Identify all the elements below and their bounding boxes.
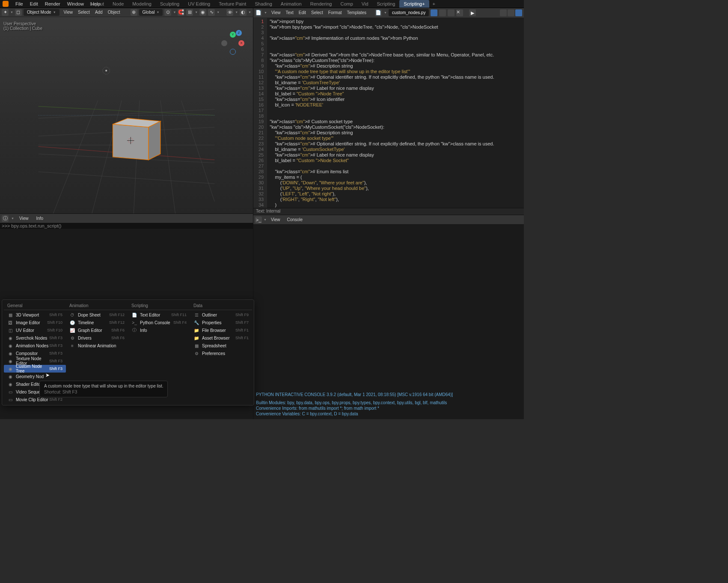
workspace-tab-scripting[interactable]: Scripting [373,0,400,8]
menu-item-drivers[interactable]: ⚙DriversShift F6 [66,334,128,342]
workspace-tab-comp[interactable]: Comp [336,0,357,8]
menu-item-python-console[interactable]: >_Python ConsoleShift F4 [128,319,190,326]
topmenu-render[interactable]: Render [42,0,64,7]
workspace-tab-scripting-[interactable]: Scripting+ [399,0,429,8]
workspace-tab-layout[interactable]: Layout [86,0,108,8]
workspace-tab-animation[interactable]: Animation [276,0,306,8]
text-menu-templates[interactable]: Templates [344,9,369,16]
add-workspace-button[interactable]: + [429,0,439,8]
console-console-menu[interactable]: Console [284,216,305,223]
menu-item-info[interactable]: ⓘInfo [128,326,190,334]
editor-type-dropdown-button[interactable]: ⓘ [2,215,9,222]
editor-type-icon[interactable]: >_ [255,216,262,223]
viewport-menu-add[interactable]: Add [92,9,105,15]
snap-icon[interactable]: 🧲 [178,9,184,16]
syntax-highlight-icon[interactable] [515,9,522,16]
workspace-tab-modeling[interactable]: Modeling [128,0,156,8]
gizmo-z-icon[interactable]: Z [236,30,242,36]
menu-item-label: UV Editor [16,328,47,333]
menu-item-graph-editor[interactable]: 📈Graph EditorShift F6 [66,326,128,334]
text-editor-header: 📄▼ ViewTextEditSelectFormatTemplates 📄▼ … [253,8,524,18]
info-info-menu[interactable]: Info [33,215,46,222]
text-menu-format[interactable]: Format [326,9,345,16]
text-editor[interactable]: 1234567891011121314151617181920212223242… [253,18,524,208]
workspace-tab-sculpting[interactable]: Sculpting [156,0,184,8]
datablock-icon[interactable]: 📄 [375,9,382,16]
text-menu-view[interactable]: View [269,9,283,16]
proportional-icon[interactable]: ◉ [199,9,206,16]
word-wrap-icon[interactable] [508,9,514,16]
workspace-tab-shading[interactable]: Shading [250,0,276,8]
topmenu-edit[interactable]: Edit [27,0,42,7]
workspace-tab-uv-editing[interactable]: UV Editing [184,0,214,8]
blender-logo-icon[interactable] [3,1,9,7]
menu-item-icon: ◉ [7,343,13,349]
menu-item-3d-viewport[interactable]: ▦3D ViewportShift F5 [4,311,66,319]
line-numbers-icon[interactable] [500,9,507,16]
overlay-icon[interactable]: 👁 [226,9,233,16]
orientation-dropdown[interactable]: Global▼ [139,9,163,16]
menu-item-label: Properties [202,320,235,325]
svg-line-3 [39,172,215,184]
menu-item-text-editor[interactable]: 📄Text EditorShift F11 [128,311,190,319]
pivot-icon[interactable]: ⊙ [164,9,171,16]
menu-item-dope-sheet[interactable]: ⏱Dope SheetShift F12 [66,311,128,319]
cube-object[interactable] [113,118,160,160]
gizmo-x-icon[interactable]: X [238,40,244,46]
snap-type-icon[interactable]: ⊞ [186,9,193,16]
new-text-icon[interactable] [439,9,446,16]
menu-item-properties[interactable]: 🔧PropertiesShift F7 [190,319,252,326]
editor-type-icon[interactable]: ✦ [2,9,9,16]
menu-item-icon: ◉ [7,366,13,372]
gizmo-y-icon[interactable]: Y [230,32,236,38]
menu-item-icon: ☰ [193,312,199,318]
menu-item-shortcut: Shift F1 [235,336,249,340]
menu-item-label: Dope Sheet [78,313,109,317]
text-menu-text[interactable]: Text [283,9,296,16]
register-icon[interactable] [431,9,437,16]
info-view-menu[interactable]: View [17,215,31,222]
code-content[interactable]: "kw">import bpy"kw">from bpy.types "kw">… [267,18,524,208]
menu-item-file-browser[interactable]: 📁File BrowserShift F1 [190,326,252,334]
3d-viewport[interactable]: User Perspective (1) Collection | Cube Y… [0,17,253,213]
menu-item-sverchok-nodes[interactable]: ◉Sverchok NodesShift F3 [4,334,66,342]
viewport-menu-object[interactable]: Object [105,9,123,15]
proportional-type-icon[interactable]: ∿ [208,9,215,16]
menu-item-icon: ◫ [7,327,13,333]
orientation-icon[interactable]: ⊕ [131,9,137,16]
workspace-tab-texture-paint[interactable]: Texture Paint [214,0,250,8]
console-view-menu[interactable]: View [268,216,283,223]
mode-dropdown[interactable]: Object Mode▼ [24,9,59,16]
menu-item-animation-nodes[interactable]: ◉Animation NodesShift F3 [4,342,66,349]
unlink-icon[interactable]: ✕ [456,9,463,16]
mode-icon[interactable]: ◻ [15,9,22,16]
filename-field[interactable]: custom_nodes.py [389,9,429,16]
workspace-tab-node[interactable]: Node [108,0,128,8]
shading-icon[interactable]: ◐ [240,9,247,16]
light-icon [103,67,110,74]
menu-item-preferences[interactable]: ⚙Preferences [190,349,252,357]
menu-item-image-editor[interactable]: 🖼Image EditorShift F10 [4,319,66,326]
viewport-menu-view[interactable]: View [61,9,76,15]
menu-item-outliner[interactable]: ☰OutlinerShift F9 [190,311,252,319]
viewport-header: ✦ ▼ ◻ Object Mode▼ ViewSelectAddObject ⊕… [0,8,253,17]
menu-item-spreadsheet[interactable]: ▦Spreadsheet [190,342,252,349]
open-text-icon[interactable] [448,9,455,16]
menu-item-custom-node-tree[interactable]: ◉Custom Node TreeShift F3 [4,365,66,373]
menu-item-nonlinear-animation[interactable]: ≡Nonlinear Animation [66,342,128,349]
menu-item-asset-browser[interactable]: 📁Asset BrowserShift F1 [190,334,252,342]
topmenu-window[interactable]: Window [64,0,87,7]
workspace-tab-rendering[interactable]: Rendering [306,0,336,8]
editor-type-icon[interactable]: 📄 [255,9,262,16]
menu-item-geometry-nod[interactable]: ◉Geometry Nod [4,373,66,380]
menu-item-uv-editor[interactable]: ◫UV EditorShift F10 [4,326,66,334]
topmenu-file[interactable]: File [12,0,27,7]
workspace-tab-vid[interactable]: Vid [357,0,373,8]
viewport-menu-select[interactable]: Select [75,9,92,15]
text-menu-edit[interactable]: Edit [296,9,309,16]
python-console[interactable]: PYTHON INTERACTIVE CONSOLE 3.9.2 (defaul… [253,224,524,419]
text-menu-select[interactable]: Select [309,9,326,16]
run-script-button[interactable]: ▶ [469,9,476,16]
nav-gizmo[interactable]: Y Z X [220,30,244,54]
menu-item-timeline[interactable]: 🕐TimelineShift F12 [66,319,128,326]
